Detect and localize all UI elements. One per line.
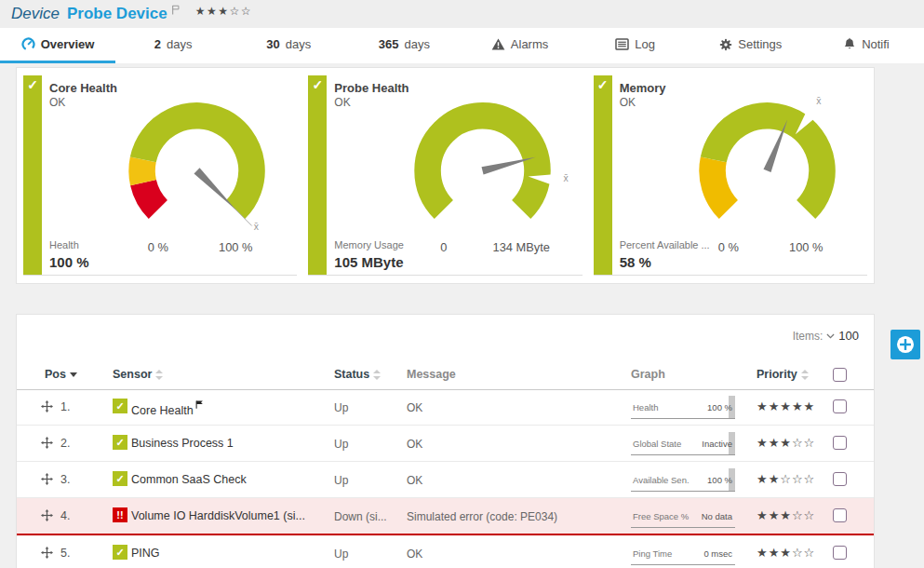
gauges-panel: ✓Core HealthOKx̄0 %100 %Health100 %✓Prob… xyxy=(16,67,875,284)
column-header-message[interactable]: Message xyxy=(407,368,456,381)
svg-text:0: 0 xyxy=(440,240,447,254)
row-checkbox[interactable] xyxy=(833,472,847,486)
svg-text:0 %: 0 % xyxy=(718,240,739,254)
tab-label: Log xyxy=(635,37,655,51)
row-checkbox[interactable] xyxy=(833,436,847,450)
position-label: 3. xyxy=(60,473,70,486)
row-checkbox[interactable] xyxy=(833,399,847,413)
column-header-priority[interactable]: Priority xyxy=(757,368,809,381)
mini-graph[interactable]: Health100 % xyxy=(631,396,735,419)
tab-log[interactable]: Log xyxy=(578,28,693,63)
tab-label: days xyxy=(286,37,311,51)
gauge-chart: x̄0134 MByte xyxy=(383,87,583,259)
sensor-status: Up xyxy=(334,401,348,414)
sort-both-icon xyxy=(801,370,809,380)
drag-handle-icon[interactable] xyxy=(41,547,53,559)
table-row[interactable]: 4.!!Volume IO HarddiskVolume1 (si...Down… xyxy=(17,498,874,535)
sort-both-icon xyxy=(155,370,163,380)
priority-stars[interactable]: ★★☆☆☆ xyxy=(757,472,815,486)
sort-both-icon xyxy=(373,370,381,380)
gauge-memory[interactable]: ✓MemoryOKx̄0 %100 %Percent Available ...… xyxy=(594,75,867,276)
row-checkbox[interactable] xyxy=(833,546,847,560)
table-row[interactable]: 1.✓Core HealthUpOKHealth100 %★★★★★ xyxy=(17,389,874,426)
graph-channel-label: Health xyxy=(633,402,658,412)
tab-30-days[interactable]: 30days xyxy=(231,28,346,63)
svg-text:134 MByte: 134 MByte xyxy=(492,240,549,254)
flag-filled-icon xyxy=(195,400,204,409)
sensor-name-link[interactable]: Volume IO HarddiskVolume1 (si... xyxy=(131,509,305,522)
tab-label: days xyxy=(405,37,430,51)
sensor-name-link[interactable]: PING xyxy=(131,547,160,560)
row-checkbox[interactable] xyxy=(833,508,847,522)
priority-stars[interactable]: ★★★★★ xyxy=(757,399,815,413)
flag-outline-icon[interactable] xyxy=(171,5,181,15)
column-label: Message xyxy=(407,368,456,381)
mini-graph[interactable]: Global StateInactive xyxy=(631,432,735,455)
gauge-core-health[interactable]: ✓Core HealthOKx̄0 %100 %Health100 % xyxy=(23,75,297,276)
tab-label: Notifi xyxy=(862,37,890,51)
graph-value: 100 % xyxy=(707,402,732,412)
sensor-ok-icon: ✓ xyxy=(113,435,127,450)
items-value: 100 xyxy=(838,329,859,343)
priority-stars[interactable]: ★★★☆☆ xyxy=(757,436,815,450)
tab-alarms[interactable]: Alarms xyxy=(462,28,578,63)
gauge-chart: x̄0 %100 % xyxy=(98,87,297,259)
column-label: Pos xyxy=(45,368,66,381)
mini-graph[interactable]: Free Space %No data xyxy=(631,505,735,528)
drag-handle-icon[interactable] xyxy=(41,400,53,412)
tab-2-days[interactable]: 2days xyxy=(115,28,231,63)
tab-notifi[interactable]: Notifi xyxy=(809,28,924,63)
select-all-checkbox[interactable] xyxy=(833,368,847,382)
device-priority-stars[interactable]: ★★★☆☆ xyxy=(195,5,252,18)
page-title[interactable]: Probe Device xyxy=(67,5,167,23)
sensor-message: OK xyxy=(407,548,422,561)
graph-value: 100 % xyxy=(707,475,732,485)
sensor-ok-icon: ✓ xyxy=(113,399,127,413)
sensor-message: OK xyxy=(407,438,422,451)
column-header-sensor[interactable]: Sensor xyxy=(113,368,163,381)
status-ok-ribbon: ✓ xyxy=(308,75,327,275)
position-label: 2. xyxy=(60,437,70,450)
status-ok-ribbon: ✓ xyxy=(23,75,42,275)
title-bar: Device Probe Device ★★★☆☆ xyxy=(0,0,924,28)
table-row[interactable]: 2.✓Business Process 1UpOKGlobal StateIna… xyxy=(17,426,874,462)
tab-bar: Overview2days30days365daysAlarmsLogSetti… xyxy=(0,28,924,64)
sensor-name-link[interactable]: Common SaaS Check xyxy=(131,473,247,486)
column-label: Priority xyxy=(757,368,797,381)
svg-text:100 %: 100 % xyxy=(789,240,823,254)
column-header-graph[interactable]: Graph xyxy=(631,368,665,381)
table-row[interactable]: 5.✓PINGUpOKPing Time0 msec★★★☆☆ xyxy=(17,535,874,568)
bell-icon xyxy=(843,37,856,51)
sensor-ok-icon: ✓ xyxy=(113,471,127,486)
table-row[interactable]: 3.✓Common SaaS CheckUpOKAvailable Sen.10… xyxy=(17,462,874,498)
sensor-status: Up xyxy=(334,474,348,487)
graph-value: 0 msec xyxy=(703,548,732,559)
items-count-control[interactable]: Items: 100 xyxy=(793,329,859,343)
column-header-pos[interactable]: Pos xyxy=(45,368,77,381)
sensor-error-icon: !! xyxy=(113,507,127,522)
tab-overview[interactable]: Overview xyxy=(0,28,115,63)
column-header-status[interactable]: Status xyxy=(334,368,381,381)
drag-handle-icon[interactable] xyxy=(41,509,53,521)
sensor-name-link[interactable]: Core Health xyxy=(131,400,204,417)
add-button[interactable] xyxy=(891,330,920,359)
tab-number: 365 xyxy=(379,37,399,51)
mini-graph[interactable]: Ping Time0 msec xyxy=(631,542,735,565)
mini-graph[interactable]: Available Sen.100 % xyxy=(631,468,735,492)
gauge-probe-health[interactable]: ✓Probe HealthOKx̄0134 MByteMemory Usage1… xyxy=(308,75,582,276)
position-label: 4. xyxy=(60,509,70,522)
gear-icon xyxy=(719,38,732,51)
tab-settings[interactable]: Settings xyxy=(693,28,809,63)
prtg-device-overview-page: Device Probe Device ★★★☆☆ Overview2days3… xyxy=(0,0,924,568)
drag-handle-icon[interactable] xyxy=(41,473,53,485)
tab-365-days[interactable]: 365days xyxy=(346,28,462,63)
items-label: Items: xyxy=(793,330,824,343)
column-label: Sensor xyxy=(113,368,152,381)
priority-stars[interactable]: ★★★☆☆ xyxy=(757,508,815,522)
chevron-down-icon xyxy=(826,333,835,339)
priority-stars[interactable]: ★★★☆☆ xyxy=(757,546,815,560)
sensor-name-link[interactable]: Business Process 1 xyxy=(131,437,234,450)
svg-text:100 %: 100 % xyxy=(219,240,252,254)
drag-handle-icon[interactable] xyxy=(41,437,53,449)
channel-value: 100 % xyxy=(49,254,89,270)
